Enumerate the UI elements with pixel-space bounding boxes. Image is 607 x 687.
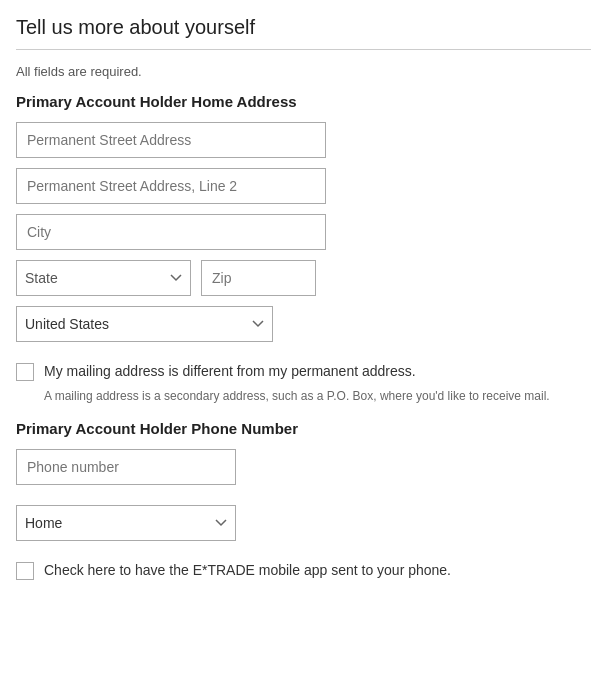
mailing-checkbox[interactable] — [16, 363, 34, 381]
page-title: Tell us more about yourself — [16, 16, 591, 39]
section-divider — [16, 49, 591, 50]
city-input[interactable] — [16, 214, 326, 250]
street2-input[interactable] — [16, 168, 326, 204]
etrade-checkbox-group: Check here to have the E*TRADE mobile ap… — [16, 561, 591, 581]
address-section-title: Primary Account Holder Home Address — [16, 93, 591, 110]
street1-group — [16, 122, 591, 158]
phone-input[interactable] — [16, 449, 236, 485]
country-select[interactable]: United States — [16, 306, 273, 342]
zip-input[interactable] — [201, 260, 316, 296]
phone-section-title: Primary Account Holder Phone Number — [16, 420, 591, 437]
phone-type-select[interactable]: Home Mobile Work — [16, 505, 236, 541]
mailing-note: A mailing address is a secondary address… — [44, 388, 591, 405]
state-zip-group: State AL AK AZ CA CO FL GA NY TX — [16, 260, 591, 296]
page-container: Tell us more about yourself All fields a… — [0, 0, 607, 601]
etrade-app-checkbox[interactable] — [16, 562, 34, 580]
mailing-checkbox-group: My mailing address is different from my … — [16, 362, 591, 382]
mailing-checkbox-label: My mailing address is different from my … — [44, 362, 416, 382]
country-group: United States — [16, 306, 591, 352]
phone-type-group: Home Mobile Work — [16, 505, 591, 551]
phone-group — [16, 449, 591, 495]
state-select[interactable]: State AL AK AZ CA CO FL GA NY TX — [16, 260, 191, 296]
etrade-app-label: Check here to have the E*TRADE mobile ap… — [44, 561, 451, 581]
city-group — [16, 214, 591, 250]
street2-group — [16, 168, 591, 204]
required-note: All fields are required. — [16, 64, 591, 79]
street1-input[interactable] — [16, 122, 326, 158]
